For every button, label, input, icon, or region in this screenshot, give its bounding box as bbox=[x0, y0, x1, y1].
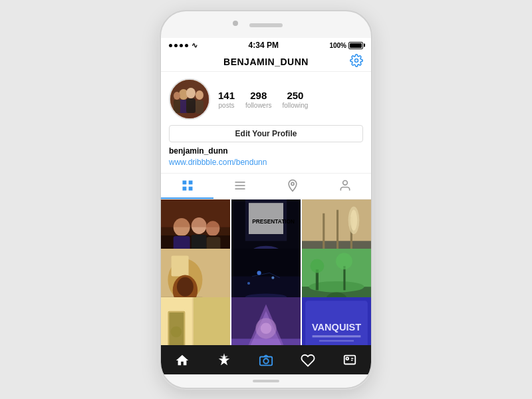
svg-point-0 bbox=[355, 59, 358, 62]
avatar bbox=[169, 78, 210, 120]
battery-percent-label: 100% bbox=[329, 42, 346, 49]
svg-point-60 bbox=[310, 259, 324, 273]
following-count: 250 bbox=[287, 90, 303, 102]
status-time: 4:34 PM bbox=[249, 41, 279, 50]
nav-home[interactable] bbox=[169, 350, 196, 370]
svg-point-6 bbox=[196, 90, 203, 100]
svg-point-69 bbox=[171, 327, 182, 338]
photo-cell-9[interactable]: VANQUIST bbox=[302, 297, 371, 345]
followers-count: 298 bbox=[250, 90, 267, 102]
profile-section: 141 posts 298 followers 250 following Ed… bbox=[161, 72, 371, 173]
svg-point-41 bbox=[350, 210, 357, 231]
following-label: following bbox=[283, 102, 309, 109]
signal-dots: ∿ bbox=[169, 41, 198, 50]
dot-2 bbox=[174, 44, 178, 47]
svg-rect-12 bbox=[182, 187, 186, 191]
home-indicator bbox=[253, 380, 279, 382]
svg-rect-44 bbox=[172, 255, 189, 276]
nav-profile[interactable] bbox=[336, 350, 363, 370]
svg-point-18 bbox=[342, 181, 347, 186]
svg-point-4 bbox=[186, 88, 196, 98]
edit-profile-button[interactable]: Edit Your Profile bbox=[169, 125, 363, 142]
svg-rect-10 bbox=[182, 181, 186, 185]
followers-label: followers bbox=[245, 102, 271, 109]
dot-1 bbox=[169, 44, 172, 47]
nav-camera[interactable] bbox=[253, 350, 279, 370]
svg-point-62 bbox=[336, 253, 352, 269]
wifi-icon: ∿ bbox=[192, 41, 198, 50]
profile-username-header: BENJAMIN_DUNN bbox=[223, 57, 309, 67]
phone-screen: ∿ 4:34 PM 100% BENJAMIN_DUNN bbox=[161, 38, 371, 374]
svg-rect-16 bbox=[235, 188, 245, 190]
content-tabs bbox=[161, 173, 371, 200]
dot-3 bbox=[180, 44, 183, 47]
tab-location[interactable] bbox=[266, 174, 319, 199]
phone-frame: ∿ 4:34 PM 100% BENJAMIN_DUNN bbox=[160, 10, 372, 389]
profile-bio: benjamin_dunn www.dribbble.com/bendunn bbox=[169, 146, 363, 168]
profile-header: BENJAMIN_DUNN bbox=[161, 53, 371, 72]
bottom-nav bbox=[161, 345, 371, 374]
avatar-image bbox=[170, 80, 209, 118]
svg-point-51 bbox=[271, 276, 274, 279]
posts-label: posts bbox=[219, 102, 235, 109]
photo-cell-8[interactable] bbox=[231, 297, 301, 345]
bio-username: benjamin_dunn bbox=[169, 146, 363, 156]
svg-rect-84 bbox=[344, 356, 356, 364]
bio-link[interactable]: www.dribbble.com/bendunn bbox=[169, 158, 267, 167]
profile-top: 141 posts 298 followers 250 following bbox=[169, 78, 363, 120]
svg-rect-7 bbox=[196, 100, 203, 114]
photo-grid: PRESENTATION bbox=[161, 200, 371, 345]
svg-point-8 bbox=[174, 92, 180, 100]
tab-grid[interactable] bbox=[161, 174, 213, 199]
battery-fill bbox=[350, 43, 362, 48]
svg-point-52 bbox=[247, 282, 250, 285]
tab-tagged[interactable] bbox=[319, 174, 371, 199]
nav-heart[interactable] bbox=[295, 350, 321, 370]
svg-rect-81 bbox=[302, 297, 371, 345]
svg-point-85 bbox=[346, 357, 349, 360]
svg-rect-14 bbox=[235, 182, 245, 183]
svg-point-46 bbox=[177, 277, 194, 296]
svg-point-50 bbox=[257, 271, 261, 275]
settings-gear-icon[interactable] bbox=[350, 54, 363, 70]
phone-speaker bbox=[249, 23, 283, 27]
svg-rect-66 bbox=[194, 297, 230, 345]
battery-icon bbox=[348, 42, 363, 49]
dot-4 bbox=[185, 44, 188, 47]
photo-cell-7[interactable] bbox=[161, 297, 230, 345]
status-bar: ∿ 4:34 PM 100% bbox=[161, 38, 371, 53]
battery-area: 100% bbox=[329, 42, 363, 49]
svg-point-83 bbox=[263, 358, 268, 363]
svg-rect-87 bbox=[351, 360, 353, 360]
svg-rect-86 bbox=[351, 358, 354, 358]
stats-row: 141 posts 298 followers 250 following bbox=[218, 90, 363, 109]
svg-rect-9 bbox=[174, 100, 180, 113]
svg-rect-61 bbox=[343, 266, 345, 290]
svg-rect-13 bbox=[188, 187, 192, 191]
svg-point-75 bbox=[261, 323, 272, 334]
svg-point-17 bbox=[291, 182, 293, 185]
phone-camera bbox=[233, 21, 238, 26]
svg-rect-27 bbox=[161, 200, 230, 227]
stat-following: 250 following bbox=[283, 90, 309, 109]
tab-list[interactable] bbox=[213, 174, 266, 199]
svg-rect-11 bbox=[188, 181, 192, 185]
svg-rect-5 bbox=[186, 98, 196, 113]
stat-posts: 141 posts bbox=[218, 90, 235, 109]
stat-followers: 298 followers bbox=[245, 90, 271, 109]
posts-count: 141 bbox=[218, 90, 235, 102]
svg-rect-15 bbox=[235, 185, 245, 186]
nav-explore[interactable] bbox=[211, 350, 237, 370]
